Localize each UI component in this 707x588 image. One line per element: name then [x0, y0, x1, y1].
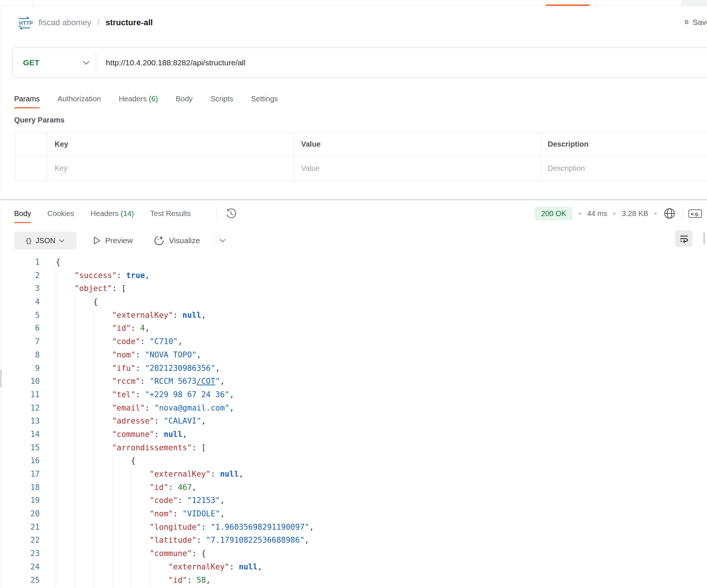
svg-text:HTTP: HTTP: [19, 20, 33, 26]
tab-divider: [681, 0, 682, 6]
indent-guide: [56, 375, 56, 388]
response-size: 3.28 KB: [622, 209, 648, 218]
indent-guide: [112, 574, 113, 587]
indent-guide: [75, 309, 75, 322]
indent-guide: [56, 547, 56, 561]
indent-guide: [93, 507, 94, 521]
divider: [682, 208, 682, 219]
response-time: 44 ms: [587, 209, 607, 218]
more-formats-chevron[interactable]: [219, 232, 226, 249]
magic-wand-icon: [153, 235, 165, 246]
code-line: 22"latitude": "7.17910822536688986",: [0, 534, 707, 547]
code-line: 8"nom": "NOVA TOPO",: [0, 349, 707, 362]
breadcrumb-collection[interactable]: fiscad abomey: [39, 18, 91, 27]
request-header: HTTP fiscad abomey / structure-all Save: [0, 6, 707, 39]
tab-divider: [596, 0, 596, 6]
indent-guide: [75, 481, 75, 494]
tab-settings[interactable]: Settings: [251, 95, 278, 103]
param-value-input[interactable]: Value: [294, 156, 541, 180]
indent-guide: [131, 574, 131, 587]
indent-guide: [112, 561, 113, 574]
code-line: 4{: [0, 295, 707, 309]
line-number: 9: [0, 362, 40, 375]
indent-guide: [56, 362, 56, 375]
indent-guide: [56, 481, 56, 494]
indent-guide: [75, 507, 75, 521]
dot-separator: [613, 212, 616, 215]
tab-authorization[interactable]: Authorization: [58, 95, 101, 103]
code-line: 14"commune": null,: [0, 428, 707, 441]
code-line: 21"longitude": "1.96035698291190097",: [0, 521, 707, 534]
row-handle-cell: [15, 156, 48, 180]
line-number: 13: [0, 415, 40, 428]
indent-guide: [112, 507, 113, 521]
http-request-icon: HTTP: [16, 15, 33, 31]
visualize-button[interactable]: Visualize: [153, 232, 200, 249]
indent-guide: [93, 547, 94, 561]
row-handle-cell: [15, 133, 48, 156]
response-body-json[interactable]: 1{2"success": true,3"object": [4{5"exter…: [0, 256, 707, 588]
preview-button[interactable]: Preview: [93, 232, 133, 249]
play-icon: [93, 236, 101, 245]
url-input[interactable]: http://10.4.200.188:8282/api/structure/a…: [96, 58, 707, 67]
indent-guide: [93, 441, 94, 455]
format-selector[interactable]: {} JSON: [14, 232, 76, 249]
param-description-input[interactable]: Description: [541, 156, 707, 180]
word-wrap-button[interactable]: [675, 230, 693, 247]
indent-guide: [131, 507, 131, 521]
code-line: 25"id": 58,: [0, 574, 707, 587]
left-panel-border: [1, 6, 1, 588]
indent-guide: [93, 468, 94, 481]
left-panel-scroll-thumb[interactable]: [0, 370, 2, 388]
method-selector[interactable]: GET: [13, 48, 96, 78]
indent-guide: [56, 335, 56, 349]
indent-guide: [56, 507, 56, 521]
pane-divider[interactable]: [0, 199, 707, 200]
tab-headers[interactable]: Headers (6): [119, 95, 158, 103]
indent-guide: [93, 322, 94, 335]
breadcrumb-request-name: structure-all: [105, 18, 153, 27]
indent-guide: [93, 561, 94, 574]
top-tab-strip: [0, 0, 707, 6]
tab-body[interactable]: Body: [176, 95, 193, 103]
indent-guide: [131, 468, 131, 481]
indent-guide: [56, 415, 56, 428]
indent-guide: [56, 349, 56, 362]
indent-guide: [75, 547, 75, 561]
response-format-bar: {} JSON Preview Visualize: [0, 229, 707, 250]
indent-guide: [56, 454, 56, 468]
indent-guide: [93, 362, 94, 375]
table-header-row: Key Value Description: [15, 133, 707, 156]
method-label: GET: [23, 58, 40, 67]
example-badge[interactable]: e.g.: [688, 209, 702, 218]
save-label: Save: [693, 18, 707, 27]
save-button[interactable]: Save: [684, 17, 707, 27]
indent-guide: [93, 335, 94, 349]
code-line: 2"success": true,: [0, 269, 707, 282]
table-row: Key Value Description: [15, 156, 707, 180]
indent-guide: [75, 388, 75, 402]
indent-guide: [56, 441, 56, 455]
globe-icon[interactable]: [663, 207, 676, 220]
code-line: 23"commune": {: [0, 547, 707, 561]
indent-guide: [75, 428, 75, 441]
indent-guide: [93, 349, 94, 362]
indent-guide: [93, 574, 94, 587]
code-line: 20"nom": "VIDOLE",: [0, 507, 707, 521]
indent-guide: [112, 521, 113, 534]
param-key-input[interactable]: Key: [48, 156, 294, 180]
indent-guide: [56, 468, 56, 481]
code-line: 24"externalKey": null,: [0, 561, 707, 574]
query-params-table: Key Value Description Key Value Descript…: [15, 132, 707, 181]
line-number: 12: [0, 402, 40, 415]
line-number: 14: [0, 428, 40, 441]
format-label: JSON: [36, 236, 55, 245]
query-params-title: Query Params: [14, 116, 65, 124]
indent-guide: [75, 362, 75, 375]
line-number: 22: [0, 534, 40, 547]
line-number: 7: [0, 335, 40, 349]
indent-guide: [75, 375, 75, 388]
code-line: 18"id": 467,: [0, 481, 707, 494]
tab-params[interactable]: Params: [14, 95, 40, 103]
tab-scripts[interactable]: Scripts: [211, 95, 233, 103]
